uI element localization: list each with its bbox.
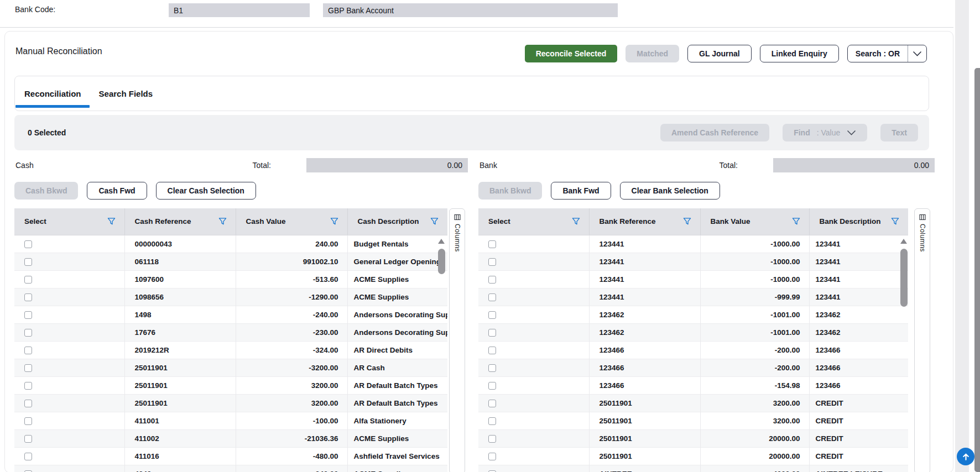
filter-icon[interactable] [430,217,439,226]
filter-icon[interactable] [792,217,800,226]
value-cell: -513.60 [236,270,347,288]
columns-grid-icon [454,214,461,221]
value-cell: -200.00 [700,359,809,376]
value-cell: -1001.00 [700,323,809,341]
table-row: 000000043240.00Budget Rentals [14,235,447,253]
select-cell [14,306,124,323]
clear-bank-selection-button[interactable]: Clear Bank Selection [620,182,720,200]
select-cell [478,429,589,447]
table-row: 1498-240.00Andersons Decorating Supplies [14,306,447,323]
row-checkbox[interactable] [488,364,496,372]
bank-account-input[interactable]: GBP Bank Account [323,3,618,17]
description-cell: 123441 [809,235,908,253]
cash-fwd-button[interactable]: Cash Fwd [87,182,147,200]
cash-columns-tab[interactable]: Columns [449,208,465,472]
select-cell [478,323,589,341]
reference-cell: 1498 [124,306,236,323]
cash-bkwd-button[interactable]: Cash Bkwd [14,182,78,200]
reference-cell: 25011901 [589,394,700,412]
gl-journal-button[interactable]: GL Journal [687,45,752,62]
search-mode-button[interactable]: Search : OR [847,45,927,62]
cash-scrollbar-thumb[interactable] [438,249,445,274]
row-checkbox[interactable] [488,453,496,460]
select-cell [478,270,589,288]
description-cell: Andersons Decorating Supplies [347,306,447,323]
reconcile-selected-button[interactable]: Reconcile Selected [525,45,618,62]
filter-icon[interactable] [218,217,227,226]
filter-icon[interactable] [683,217,691,226]
row-checkbox[interactable] [24,417,32,425]
row-checkbox[interactable] [488,240,496,248]
row-checkbox[interactable] [24,382,32,390]
description-cell: ACME Supplies [347,288,447,306]
bank-code-input[interactable]: B1 [169,3,310,17]
row-checkbox[interactable] [488,417,496,425]
row-checkbox[interactable] [24,453,32,460]
row-checkbox[interactable] [24,400,32,407]
value-cell: 20000.00 [700,447,809,465]
value-cell: -240.00 [236,306,347,323]
row-checkbox[interactable] [24,240,32,248]
amend-cash-reference-button[interactable]: Amend Cash Reference [660,124,769,141]
row-checkbox[interactable] [488,347,496,354]
clear-cash-selection-button[interactable]: Clear Cash Selection [156,182,256,200]
find-mode-button[interactable]: Find : Value [783,124,867,141]
value-cell: -154.98 [700,376,809,394]
table-row: 25011901-3200.00AR Cash [14,359,447,376]
select-cell [478,306,589,323]
filter-icon[interactable] [891,217,899,226]
table-row: 123441-1000.00123441 [478,270,908,288]
filter-icon[interactable] [330,217,338,226]
reference-cell: 123466 [589,376,700,394]
filter-icon[interactable] [572,217,580,226]
reference-cell: 123441 [589,235,700,253]
reference-cell: 123466 [589,341,700,359]
row-checkbox[interactable] [24,258,32,266]
filter-icon[interactable] [107,217,116,226]
row-checkbox[interactable] [488,382,496,390]
bank-code-bar: Bank Code: B1 GBP Bank Account [0,0,953,28]
row-checkbox[interactable] [488,435,496,443]
select-cell [14,376,124,394]
reference-cell: 123441 [589,288,700,306]
row-checkbox[interactable] [488,293,496,301]
table-row: 4242-240.00ACME Supplies [14,465,447,472]
cash-scroll-up-icon[interactable] [438,239,445,244]
page-scrollbar-thumb[interactable] [974,68,980,472]
tab-reconciliation[interactable]: Reconciliation [24,89,81,98]
reference-cell: 411016 [124,447,236,465]
row-checkbox[interactable] [24,293,32,301]
bank-bkwd-button[interactable]: Bank Bkwd [478,182,542,200]
reference-cell: 123441 [589,253,700,270]
linked-enquiry-button[interactable]: Linked Enquiry [760,45,839,62]
column-label: Cash Description [358,217,419,225]
cash-header-cash-reference: Cash Reference [124,208,236,235]
scroll-to-top-button[interactable] [957,448,974,465]
matched-button[interactable]: Matched [625,45,679,62]
row-checkbox[interactable] [488,258,496,266]
row-checkbox[interactable] [24,347,32,354]
row-checkbox[interactable] [24,435,32,443]
row-checkbox[interactable] [488,329,496,337]
row-checkbox[interactable] [488,311,496,319]
cash-panel: Cash Total: 0.00 Cash Bkwd Cash Fwd Clea… [14,158,468,472]
tab-search-fields[interactable]: Search Fields [99,89,153,98]
row-checkbox[interactable] [488,276,496,284]
cash-header-cash-description: Cash Description [347,208,447,235]
bank-scroll-up-icon[interactable] [900,239,907,244]
bank-columns-tab[interactable]: Columns [914,208,930,472]
bank-fwd-button[interactable]: Bank Fwd [551,182,611,200]
row-checkbox[interactable] [24,364,32,372]
reference-cell: 1097600 [124,270,236,288]
row-checkbox[interactable] [24,276,32,284]
text-button[interactable]: Text [880,124,918,141]
select-cell [478,359,589,376]
page-title: Manual Reconciliation [15,46,102,56]
row-checkbox[interactable] [24,311,32,319]
chevron-down-icon[interactable] [908,45,926,62]
row-checkbox[interactable] [488,400,496,407]
bank-panel: Bank Total: 0.00 Bank Bkwd Bank Fwd Clea… [478,158,935,472]
row-checkbox[interactable] [24,329,32,337]
reference-cell: 25011901 [124,394,236,412]
bank-scrollbar-thumb[interactable] [900,249,908,307]
